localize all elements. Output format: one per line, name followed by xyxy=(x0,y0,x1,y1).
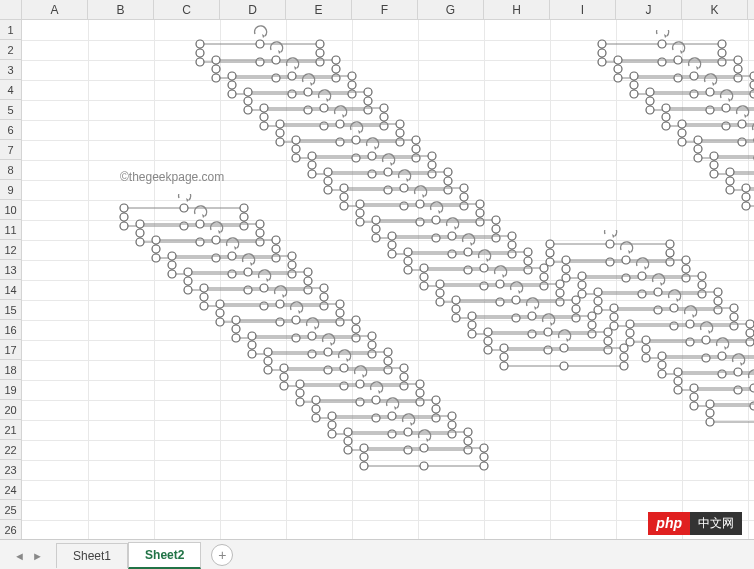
selected-shapes-group[interactable] xyxy=(110,194,514,496)
row-header[interactable]: 1 xyxy=(0,20,21,40)
watermark-text: ©thegeekpage.com xyxy=(120,170,224,184)
row-header[interactable]: 10 xyxy=(0,200,21,220)
select-all-corner[interactable] xyxy=(0,0,22,19)
svg-point-292 xyxy=(184,268,192,276)
row-header[interactable]: 3 xyxy=(0,60,21,80)
svg-point-140 xyxy=(492,234,500,242)
svg-point-178 xyxy=(420,282,428,290)
tab-sheet1[interactable]: Sheet1 xyxy=(56,543,128,568)
row-header[interactable]: 26 xyxy=(0,520,21,539)
row-header[interactable]: 15 xyxy=(0,300,21,320)
col-header[interactable]: D xyxy=(220,0,286,19)
svg-point-413 xyxy=(404,428,412,436)
row-header[interactable]: 25 xyxy=(0,500,21,520)
cell-grid[interactable]: ©thegeekpage.com xyxy=(22,20,754,539)
row-header[interactable]: 16 xyxy=(0,320,21,340)
svg-point-117 xyxy=(400,202,408,210)
svg-point-129 xyxy=(416,218,424,226)
svg-point-175 xyxy=(540,273,548,281)
svg-point-271 xyxy=(272,245,280,253)
row-header[interactable]: 2 xyxy=(0,40,21,60)
row-header[interactable]: 19 xyxy=(0,380,21,400)
svg-point-165 xyxy=(464,266,472,274)
row-header[interactable]: 8 xyxy=(0,160,21,180)
svg-point-502 xyxy=(678,138,686,146)
selected-shapes-group[interactable] xyxy=(588,30,754,300)
svg-point-656 xyxy=(730,322,738,330)
row-header[interactable]: 22 xyxy=(0,440,21,460)
row-header[interactable]: 21 xyxy=(0,420,21,440)
svg-point-304 xyxy=(200,284,208,292)
next-sheet-button[interactable]: ► xyxy=(32,550,42,560)
svg-point-269 xyxy=(212,236,220,244)
col-header[interactable]: K xyxy=(682,0,748,19)
svg-point-174 xyxy=(540,264,548,272)
svg-point-707 xyxy=(674,377,682,385)
svg-point-34 xyxy=(228,90,236,98)
row-header[interactable]: 4 xyxy=(0,80,21,100)
svg-point-462 xyxy=(750,72,754,80)
row-header[interactable]: 18 xyxy=(0,360,21,380)
row-header[interactable]: 5 xyxy=(0,100,21,120)
selected-shapes-group[interactable] xyxy=(170,14,670,412)
svg-point-239 xyxy=(500,353,508,361)
col-header[interactable]: G xyxy=(418,0,484,19)
svg-point-125 xyxy=(416,200,424,208)
col-header[interactable]: H xyxy=(484,0,550,19)
svg-point-11 xyxy=(196,49,204,57)
svg-point-56 xyxy=(380,122,388,130)
svg-point-220 xyxy=(484,328,492,336)
svg-point-90 xyxy=(428,152,436,160)
col-header[interactable]: C xyxy=(154,0,220,19)
svg-point-355 xyxy=(384,357,392,365)
svg-point-40 xyxy=(244,88,252,96)
row-header[interactable]: 6 xyxy=(0,120,21,140)
tab-sheet2[interactable]: Sheet2 xyxy=(128,542,201,569)
row-header[interactable]: 14 xyxy=(0,280,21,300)
row-header[interactable]: 9 xyxy=(0,180,21,200)
svg-point-652 xyxy=(610,304,618,312)
col-header[interactable]: B xyxy=(88,0,154,19)
col-header[interactable]: I xyxy=(550,0,616,19)
svg-point-172 xyxy=(420,264,428,272)
row-header[interactable]: 20 xyxy=(0,400,21,420)
row-header[interactable]: 12 xyxy=(0,240,21,260)
svg-point-693 xyxy=(718,370,726,378)
svg-point-309 xyxy=(260,302,268,310)
svg-point-352 xyxy=(264,348,272,356)
svg-point-490 xyxy=(662,122,670,130)
svg-point-236 xyxy=(620,362,628,370)
row-header[interactable]: 7 xyxy=(0,140,21,160)
svg-point-712 xyxy=(690,384,698,392)
svg-point-442 xyxy=(598,58,606,66)
col-header[interactable]: F xyxy=(352,0,418,19)
svg-point-664 xyxy=(626,320,634,328)
row-header[interactable]: 23 xyxy=(0,460,21,480)
svg-point-317 xyxy=(276,300,284,308)
svg-point-395 xyxy=(312,405,320,413)
col-header[interactable]: E xyxy=(286,0,352,19)
svg-point-346 xyxy=(248,350,256,358)
svg-point-665 xyxy=(686,320,694,328)
col-header[interactable]: J xyxy=(616,0,682,19)
svg-point-366 xyxy=(400,364,408,372)
svg-point-35 xyxy=(228,81,236,89)
col-header[interactable]: A xyxy=(22,0,88,19)
row-header[interactable]: 24 xyxy=(0,480,21,500)
svg-point-185 xyxy=(496,280,504,288)
svg-point-647 xyxy=(594,297,602,305)
svg-point-203 xyxy=(452,305,460,313)
svg-point-226 xyxy=(484,346,492,354)
svg-point-233 xyxy=(560,344,568,352)
prev-sheet-button[interactable]: ◄ xyxy=(14,550,24,560)
row-header[interactable]: 17 xyxy=(0,340,21,360)
svg-point-666 xyxy=(746,320,754,328)
row-header[interactable]: 13 xyxy=(0,260,21,280)
svg-point-176 xyxy=(540,282,548,290)
svg-point-273 xyxy=(212,254,220,262)
new-sheet-button[interactable]: + xyxy=(211,544,233,566)
row-header[interactable]: 11 xyxy=(0,220,21,240)
svg-point-137 xyxy=(432,216,440,224)
selected-shapes-group[interactable] xyxy=(536,230,754,452)
svg-point-232 xyxy=(500,344,508,352)
